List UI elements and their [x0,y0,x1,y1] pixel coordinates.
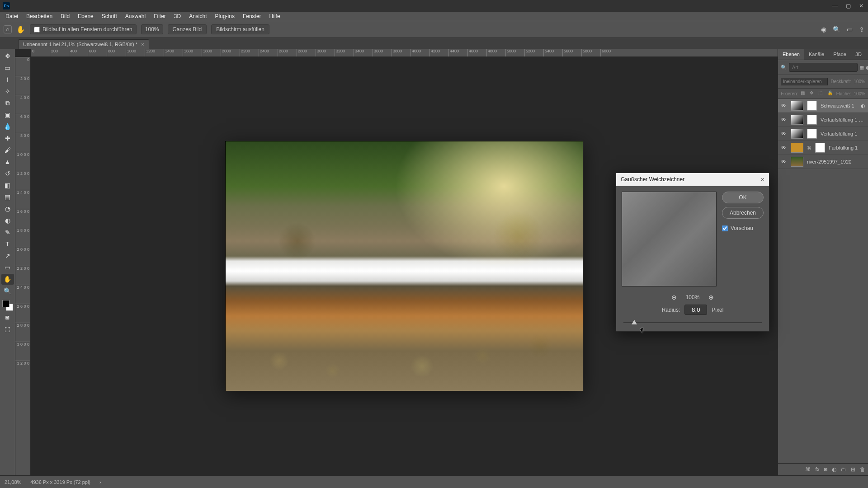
lasso-tool-icon[interactable]: ⌇ [1,74,14,85]
heal-tool-icon[interactable]: ✚ [1,133,14,144]
zoom-value[interactable]: 100% [141,24,163,34]
dodge-tool-icon[interactable]: ◐ [1,215,14,226]
menu-schrift[interactable]: Schrift [98,12,121,20]
workspace-icon[interactable]: ▭ [847,26,853,33]
preview-checkbox[interactable]: Vorschau [722,225,764,231]
home-icon[interactable]: ⌂ [4,25,12,33]
zoom-in-icon[interactable]: ⊕ [708,294,714,301]
fill-screen-button[interactable]: Bildschirm ausfüllen [211,24,269,34]
visibility-icon[interactable]: 👁 [781,159,787,165]
layer-mask-thumbnail[interactable] [807,101,817,111]
dialog-close-icon[interactable]: × [761,176,764,183]
brush-tool-icon[interactable]: 🖌 [1,145,14,155]
layer-row[interactable]: 👁⌘Farbfüllung 1 [778,141,868,155]
wand-tool-icon[interactable]: ✧ [1,86,14,97]
eyedropper-tool-icon[interactable]: 💧 [1,121,14,132]
lock-pixels-icon[interactable]: ▦ [801,90,807,97]
menu-hilfe[interactable]: Hilfe [266,12,284,20]
ok-button[interactable]: OK [722,192,764,203]
menu-datei[interactable]: Datei [2,12,22,20]
filter-adjust-icon[interactable]: ◐ [866,64,868,71]
blur-tool-icon[interactable]: ◔ [1,203,14,214]
move-tool-icon[interactable]: ✥ [1,51,14,61]
document-image[interactable] [226,141,583,391]
visibility-icon[interactable]: 👁 [781,117,787,123]
radius-input[interactable] [684,305,707,315]
layer-thumbnail[interactable] [791,143,803,153]
panel-tab-kanäle[interactable]: Kanäle [804,49,829,60]
panel-tab-pfade[interactable]: Pfade [829,49,851,60]
filter-image-icon[interactable]: ▦ [859,64,864,71]
new-layer-icon[interactable]: ⊞ [851,466,855,473]
radius-slider[interactable] [623,319,762,326]
panel-tab-ebenen[interactable]: Ebenen [778,49,804,60]
screenmode-icon[interactable]: ⬚ [1,324,14,334]
layer-row[interactable]: 👁river-2951997_1920 [778,155,868,169]
layer-row[interactable]: 👁Schwarzweiß 1◐ [778,99,868,113]
menu-3d[interactable]: 3D [170,12,184,20]
path-tool-icon[interactable]: ↗ [1,250,14,261]
menu-bild[interactable]: Bild [57,12,73,20]
adjustment-layer-icon[interactable]: ◐ [832,466,836,473]
layer-thumbnail[interactable] [791,157,803,167]
stamp-tool-icon[interactable]: ▲ [1,156,14,167]
layer-filter-input[interactable] [789,63,858,72]
search-icon[interactable]: 🔍 [833,26,840,33]
close-tab-icon[interactable]: × [141,42,144,47]
fit-screen-button[interactable]: Ganzes Bild [168,24,207,34]
layer-group-icon[interactable]: 🗀 [841,466,846,473]
menu-ansicht[interactable]: Ansicht [185,12,210,20]
menu-plug-ins[interactable]: Plug-ins [212,12,238,20]
pen-tool-icon[interactable]: ✎ [1,227,14,238]
layer-mask-thumbnail[interactable] [807,129,817,139]
dialog-titlebar[interactable]: Gaußscher Weichzeichner × [616,173,769,186]
visibility-icon[interactable]: 👁 [781,145,787,151]
quickmask-icon[interactable]: ◙ [1,312,14,323]
zoom-tool-icon[interactable]: 🔍 [1,286,14,296]
color-swatch[interactable] [2,300,13,311]
lock-position-icon[interactable]: ✥ [810,90,816,97]
minimize-icon[interactable]: — [832,3,838,9]
visibility-icon[interactable]: 👁 [781,131,787,137]
layer-mask-icon[interactable]: ◙ [824,466,827,473]
adjustment-icon[interactable]: ◐ [861,103,865,109]
menu-auswahl[interactable]: Auswahl [122,12,149,20]
cancel-button[interactable]: Abbrechen [722,207,764,219]
status-zoom[interactable]: 21,08% [5,479,21,485]
frame-tool-icon[interactable]: ▣ [1,109,14,120]
fill-value[interactable]: 100% [854,91,865,96]
layer-row[interactable]: 👁Verlaufsfüllung 1 Kopie [778,113,868,127]
crop-tool-icon[interactable]: ⧉ [1,98,14,108]
marquee-tool-icon[interactable]: ▭ [1,62,14,73]
layer-fx-icon[interactable]: fx [815,466,819,473]
menu-filter[interactable]: Filter [150,12,170,20]
history-brush-icon[interactable]: ↺ [1,168,14,179]
layer-mask-thumbnail[interactable] [815,143,825,153]
eraser-tool-icon[interactable]: ◧ [1,180,14,191]
layer-name[interactable]: Schwarzweiß 1 [821,103,857,108]
search-icon[interactable]: 🔍 [781,64,787,71]
visibility-icon[interactable]: 👁 [781,103,787,109]
layer-row[interactable]: 👁Verlaufsfüllung 1 [778,127,868,141]
type-tool-icon[interactable]: T [1,239,14,249]
blend-mode-select[interactable] [781,78,828,85]
menu-ebene[interactable]: Ebene [74,12,97,20]
lock-artboard-icon[interactable]: ⬚ [818,90,825,97]
hand-tool-icon[interactable]: ✋ [16,25,25,34]
layer-name[interactable]: Verlaufsfüllung 1 [821,131,865,136]
lock-all-icon[interactable]: 🔒 [827,90,834,97]
close-icon[interactable]: ✕ [859,3,863,9]
menu-bearbeiten[interactable]: Bearbeiten [23,12,56,20]
layer-mask-thumbnail[interactable] [807,115,817,125]
cloud-icon[interactable]: ◉ [821,26,826,33]
share-icon[interactable]: ⇪ [859,26,864,33]
scroll-all-checkbox[interactable]: Bildlauf in allen Fenstern durchführen [30,24,137,34]
delete-layer-icon[interactable]: 🗑 [860,466,865,473]
zoom-out-icon[interactable]: ⊖ [671,294,677,301]
panel-tab-3d[interactable]: 3D [851,49,866,60]
gradient-tool-icon[interactable]: ▤ [1,192,14,202]
hand-tool-icon[interactable]: ✋ [1,274,14,285]
document-tab[interactable]: Unbenannt-1 bei 21,1% (Schwarzweiß 1, RG… [18,39,149,49]
slider-thumb-icon[interactable] [632,320,637,324]
layer-thumbnail[interactable] [791,129,803,139]
